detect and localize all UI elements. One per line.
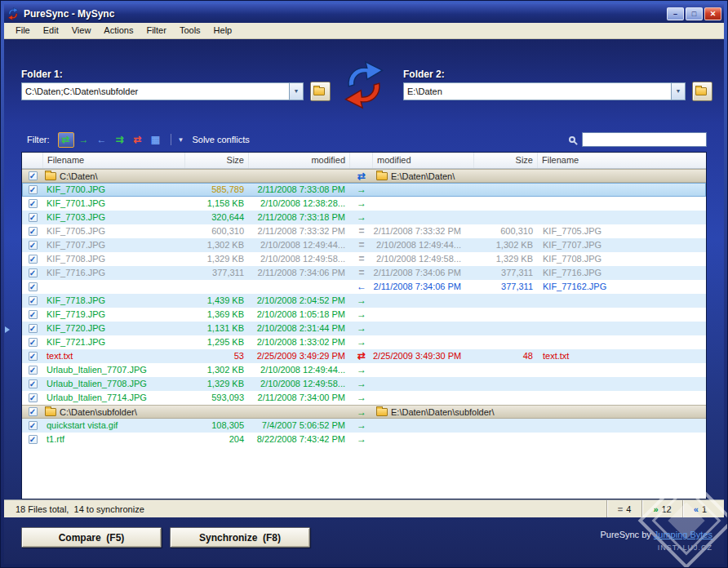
file-row[interactable]: ✓KIF_7700.JPG585,7892/11/2008 7:33:08 PM… — [22, 183, 706, 197]
modified-right — [373, 183, 474, 197]
row-checkbox[interactable]: ✓ — [29, 310, 38, 319]
file-row[interactable]: ✓KIF_7701.JPG1,158 KB2/10/2008 12:38:28.… — [22, 197, 706, 211]
row-checkbox[interactable]: ✓ — [29, 324, 38, 333]
file-row[interactable]: ✓KIF_7718.JPG1,439 KB2/10/2008 2:04:52 P… — [22, 294, 706, 308]
row-checkbox[interactable]: ✓ — [29, 268, 38, 277]
folder-group-row[interactable]: ✓C:\Daten\⇄E:\Daten\Daten\ — [22, 169, 706, 183]
file-row[interactable]: ✓KIF_7720.JPG1,131 KB2/10/2008 2:31:44 P… — [22, 322, 706, 335]
row-checkbox[interactable]: ✓ — [29, 199, 38, 208]
splitter-arrow-icon[interactable] — [5, 326, 10, 333]
size-left: 377,311 — [185, 266, 249, 280]
size-right — [474, 363, 538, 377]
filename-right — [538, 335, 706, 349]
col-size-left[interactable]: Size — [185, 153, 249, 168]
window-controls: – □ ✕ — [667, 7, 721, 20]
folder-path-right: E:\Daten\Daten\subfolder\ — [373, 406, 706, 418]
folder-path-left: C:\Daten\subfolder\ — [43, 406, 350, 418]
menu-filter[interactable]: Filter — [140, 23, 172, 38]
file-row[interactable]: ✓Urlaub_Italien_7707.JPG1,302 KB2/10/200… — [22, 363, 706, 377]
menu-actions[interactable]: Actions — [97, 23, 140, 38]
filename-left: KIF_7716.JPG — [43, 266, 185, 280]
row-checkbox[interactable]: ✓ — [29, 296, 38, 305]
col-size-right[interactable]: Size — [474, 153, 538, 168]
col-modified-left[interactable]: modified — [249, 153, 350, 168]
folder1-dropdown-icon[interactable]: ▼ — [289, 83, 303, 100]
filename-left: KIF_7721.JPG — [43, 335, 185, 349]
file-row[interactable]: ✓text.txt532/25/2009 3:49:29 PM⇄2/25/200… — [22, 349, 706, 363]
search-input[interactable] — [582, 132, 707, 147]
col-modified-right[interactable]: modified — [373, 153, 474, 168]
size-left: 1,302 KB — [185, 363, 249, 377]
row-checkbox[interactable]: ✓ — [29, 171, 38, 180]
filter-show-all-button[interactable]: ⇄ — [58, 132, 74, 148]
folder1-combo[interactable]: C:\Daten;C:\Daten\subfolder ▼ — [21, 82, 304, 100]
size-left: 1,158 KB — [185, 197, 249, 211]
menu-tools[interactable]: Tools — [173, 23, 207, 38]
minimize-button[interactable]: – — [667, 7, 684, 20]
folder-icon — [695, 87, 707, 95]
row-checkbox[interactable]: ✓ — [29, 393, 38, 402]
synchronize-button[interactable]: Synchronize (F8) — [170, 527, 310, 548]
row-checkbox[interactable]: ✓ — [29, 352, 38, 361]
direction-equal-icon: = — [358, 225, 364, 237]
row-checkbox[interactable]: ✓ — [29, 185, 38, 194]
filename-left: KIF_7707.JPG — [43, 238, 185, 252]
filter-show-all-icon: ⇄ — [61, 135, 69, 144]
file-row[interactable]: ✓quickstart vista.gif108,3057/4/2007 5:0… — [22, 419, 706, 433]
row-checkbox[interactable]: ✓ — [29, 435, 38, 444]
folder-group-row[interactable]: ✓C:\Daten\subfolder\→E:\Daten\Daten\subf… — [22, 405, 706, 419]
row-checkbox[interactable]: ✓ — [29, 407, 38, 416]
size-left: 320,644 — [185, 211, 249, 224]
modified-left: 2/10/2008 12:49:44... — [249, 238, 350, 252]
compare-button[interactable]: Compare (F5) — [21, 527, 162, 548]
row-checkbox[interactable]: ✓ — [29, 227, 38, 236]
filter-copy-right-button[interactable]: → — [76, 132, 92, 148]
size-left: 1,439 KB — [185, 294, 249, 308]
row-checkbox[interactable]: ✓ — [29, 213, 38, 222]
filter-conflicts-button[interactable]: ⇄ — [130, 132, 146, 148]
file-row[interactable]: ✓KIF_7707.JPG1,302 KB2/10/2008 12:49:44.… — [22, 238, 706, 252]
file-row[interactable]: ✓KIF_7703.JPG320,6442/11/2008 7:33:18 PM… — [22, 211, 706, 224]
row-checkbox[interactable]: ✓ — [29, 421, 38, 430]
file-row[interactable]: ✓KIF_7721.JPG1,295 KB2/10/2008 1:33:02 P… — [22, 335, 706, 349]
file-row[interactable]: ✓Urlaub_Italien_7714.JPG593,0932/11/2008… — [22, 391, 706, 405]
file-row[interactable]: ✓KIF_7716.JPG377,3112/11/2008 7:34:06 PM… — [22, 266, 706, 280]
file-row[interactable]: ✓KIF_7708.JPG1,329 KB2/10/2008 12:49:58.… — [22, 252, 706, 266]
watermark-text: INSTALUJ.CZ — [600, 544, 712, 552]
row-checkbox[interactable]: ✓ — [29, 255, 38, 264]
close-button[interactable]: ✕ — [704, 7, 721, 20]
file-row[interactable]: ✓KIF_7719.JPG1,369 KB2/10/2008 1:05:18 P… — [22, 308, 706, 322]
col-filename-left[interactable]: Filename — [43, 153, 185, 168]
col-filename-right[interactable]: Filename — [538, 153, 706, 168]
folder2-dropdown-icon[interactable]: ▼ — [671, 83, 685, 100]
row-checkbox[interactable]: ✓ — [29, 366, 38, 375]
file-row[interactable]: ✓KIF_7705.JPG600,3102/11/2008 7:33:32 PM… — [22, 224, 706, 238]
size-right — [474, 322, 538, 335]
to-right-count-value: 12 — [662, 504, 672, 514]
folder1-browse-button[interactable] — [310, 82, 331, 101]
menu-edit[interactable]: Edit — [37, 23, 65, 38]
folder2-combo[interactable]: E:\Daten ▼ — [403, 82, 686, 100]
file-row[interactable]: ✓t1.rtf2048/22/2008 7:43:42 PM→ — [22, 433, 706, 446]
row-checkbox[interactable]: ✓ — [29, 282, 38, 291]
file-row[interactable]: ✓←2/11/2008 7:34:06 PM377,311KIF_77162.J… — [22, 280, 706, 294]
filter-equal-icon: ▦ — [151, 135, 160, 144]
file-row[interactable]: ✓Urlaub_Italien_7708.JPG1,329 KB2/10/200… — [22, 377, 706, 391]
filter-equal-button[interactable]: ▦ — [148, 132, 164, 148]
size-left: 600,310 — [185, 224, 249, 238]
credit-link[interactable]: Jumping Bytes — [654, 530, 712, 539]
menu-view[interactable]: View — [65, 23, 98, 38]
filter-dropdown-icon[interactable]: ▼ — [178, 136, 184, 144]
filter-newer-button[interactable]: ⇉ — [112, 132, 128, 148]
title-bar[interactable]: PureSync - MySync – □ ✕ — [4, 4, 724, 23]
menu-help[interactable]: Help — [207, 23, 239, 38]
direction-right-icon: → — [357, 419, 366, 431]
folder2-browse-button[interactable] — [692, 82, 712, 101]
row-checkbox[interactable]: ✓ — [29, 241, 38, 250]
solve-conflicts-label[interactable]: Solve conflicts — [192, 135, 249, 144]
maximize-button[interactable]: □ — [686, 7, 703, 20]
row-checkbox[interactable]: ✓ — [29, 379, 38, 388]
row-checkbox[interactable]: ✓ — [29, 338, 38, 347]
menu-file[interactable]: File — [9, 23, 37, 38]
filter-copy-left-button[interactable]: ← — [94, 132, 110, 148]
